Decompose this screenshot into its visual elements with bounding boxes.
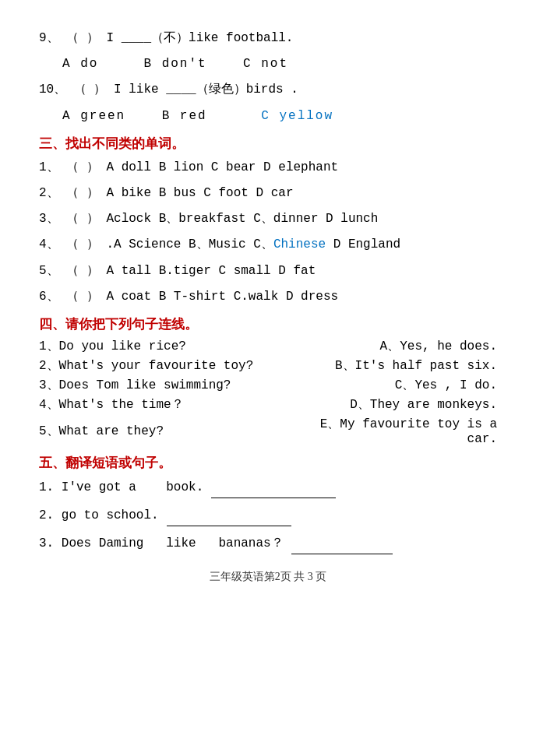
s3-item-5: 5、 （ ） A tall B.tiger C small D fat (39, 261, 497, 282)
page-footer: 三年级英语第2页 共 3 页 (39, 570, 497, 584)
s3-item6-num: 6、 (39, 290, 59, 304)
section4-heading: 四、请你把下列句子连线。 (39, 315, 497, 333)
match-left-5: 5、What are they? (39, 423, 291, 439)
s3-item6-paren: （ ） (66, 287, 99, 308)
match-right-1: A、Yes, he does. (295, 338, 497, 354)
match-right-4: D、They are monkeys. (295, 396, 497, 413)
section3-heading: 三、找出不同类的单词。 (39, 135, 497, 153)
s5-item2-answer (167, 505, 291, 526)
s5-item-3: 3. Does Daming like bananas？ (39, 533, 497, 554)
match-left-3: 3、Does Tom like swimming? (39, 377, 291, 393)
s3-item4-text2: D England (326, 237, 400, 251)
s3-item-3: 3、 （ ） Aclock B、breakfast C、dinner D lun… (39, 209, 497, 230)
q9-choice-c: C not (243, 57, 288, 71)
section4: 四、请你把下列句子连线。 1、Do you like rice? A、Yes, … (39, 315, 497, 446)
match-right-2: B、It's half past six. (295, 357, 497, 374)
s3-item5-num: 5、 (39, 264, 59, 278)
s5-item-1: 1. I've got a book. (39, 476, 497, 498)
s3-item1-paren: （ ） (66, 157, 99, 178)
section5: 五、翻译短语或句子。 1. I've got a book. 2. go to … (39, 454, 497, 555)
s5-item3-answer (291, 533, 393, 554)
s3-item4-text: .A Science B、Music C、 (106, 237, 273, 251)
section3: 三、找出不同类的单词。 1、 （ ） A doll B lion C bear … (39, 135, 497, 308)
s3-item3-num: 3、 (39, 212, 59, 226)
q10-choice-b: B red (162, 109, 207, 123)
s3-item5-text: A tall B.tiger C small D fat (106, 264, 316, 278)
s3-item-6: 6、 （ ） A coat B T-shirt C.walk D dress (39, 287, 497, 308)
q9-text: I ____（不）like football. (106, 31, 293, 45)
question-10: 10、 （ ） I like ____（绿色）birds . (39, 79, 497, 100)
s3-item3-paren: （ ） (66, 209, 99, 230)
s5-item-2: 2. go to school. (39, 505, 497, 526)
s5-item1-answer (211, 476, 336, 498)
s3-item6-text: A coat B T-shirt C.walk D dress (106, 290, 338, 304)
s3-item4-paren: （ ） (66, 234, 99, 255)
s3-item2-paren: （ ） (66, 183, 99, 204)
s5-item1-text: 1. I've got a book. (39, 477, 203, 498)
q9-choices: A do B don't C not (62, 54, 497, 75)
s5-item2-text: 2. go to school. (39, 505, 159, 526)
q9-paren: （ ） (66, 28, 99, 49)
match-left-2: 2、What's your favourite toy? (39, 357, 291, 374)
s3-item1-num: 1、 (39, 160, 59, 174)
s3-item-2: 2、 （ ） A bike B bus C foot D car (39, 183, 497, 204)
match-row-4: 4、What's the time？ D、They are monkeys. (39, 396, 497, 413)
q9-number: 9、 (39, 31, 59, 45)
match-row-3: 3、Does Tom like swimming? C、Yes , I do. (39, 377, 497, 393)
section2-continued: 9、 （ ） I ____（不）like football. A do B do… (39, 28, 497, 127)
q9-choice-a: A do (62, 57, 98, 71)
q10-text: I like ____（绿色）birds . (114, 83, 298, 97)
q10-paren: （ ） (74, 79, 107, 100)
match-row-2: 2、What's your favourite toy? B、It's half… (39, 357, 497, 374)
q10-choices: A green B red C yellow (62, 106, 497, 127)
s3-item5-paren: （ ） (66, 261, 99, 282)
s3-item-4: 4、 （ ） .A Science B、Music C、Chinese D En… (39, 234, 497, 255)
match-right-3: C、Yes , I do. (295, 377, 497, 393)
match-row-5: 5、What are they? E、My favourite toy is a… (39, 416, 497, 446)
s3-item1-text: A doll B lion C bear D elephant (106, 160, 338, 174)
q9-choice-b: B don't (143, 57, 206, 71)
s5-item3-text: 3. Does Daming like bananas？ (39, 533, 284, 554)
match-left-4: 4、What's the time？ (39, 396, 291, 413)
section5-heading: 五、翻译短语或句子。 (39, 454, 497, 472)
s3-item2-num: 2、 (39, 186, 59, 200)
s3-item2-text: A bike B bus C foot D car (106, 186, 293, 200)
question-9: 9、 （ ） I ____（不）like football. (39, 28, 497, 49)
s3-item-1: 1、 （ ） A doll B lion C bear D elephant (39, 157, 497, 178)
s3-item4-num: 4、 (39, 237, 59, 251)
q10-choice-c: C yellow (261, 109, 333, 123)
s3-item3-text: Aclock B、breakfast C、dinner D lunch (106, 212, 378, 226)
match-row-1: 1、Do you like rice? A、Yes, he does. (39, 338, 497, 354)
s3-item4-chinese: Chinese (273, 237, 326, 251)
q10-number: 10、 (39, 83, 66, 97)
q10-choice-a: A green (62, 109, 125, 123)
match-right-5: E、My favourite toy is a car. (295, 416, 497, 446)
footer-text: 三年级英语第2页 共 3 页 (210, 571, 327, 582)
match-left-1: 1、Do you like rice? (39, 338, 291, 354)
